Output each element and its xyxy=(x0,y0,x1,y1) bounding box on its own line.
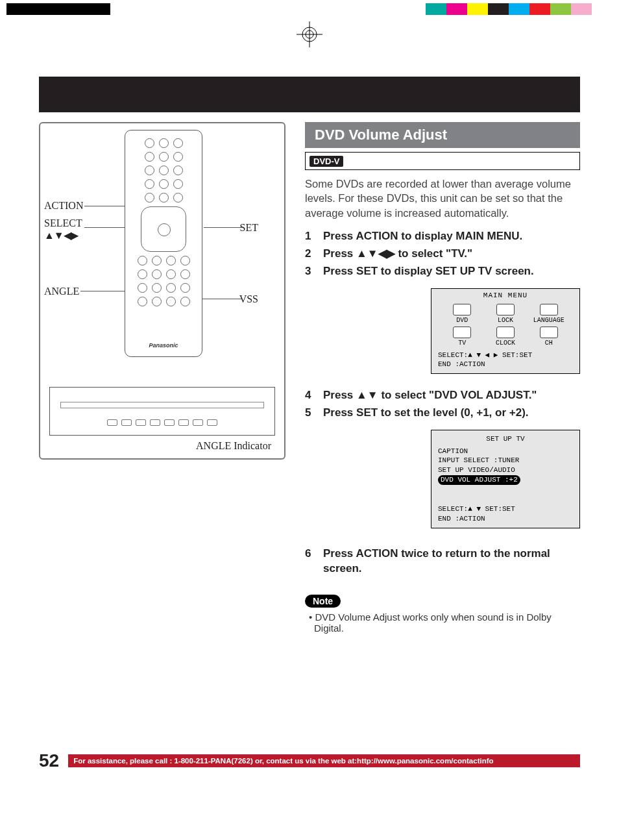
step-text: Press ACTION to display MAIN MENU. xyxy=(323,229,580,244)
step-2: 2Press ▲▼◀▶ to select "TV." xyxy=(305,247,580,262)
note-pill: Note xyxy=(305,595,341,608)
osd2-line: INPUT SELECT :TUNER xyxy=(438,456,573,465)
header-band xyxy=(39,77,580,112)
step-text: Press ▲▼◀▶ to select "TV." xyxy=(323,247,580,262)
osd-foot-2: END :ACTION xyxy=(438,360,573,369)
osd-item-label: CLOCK xyxy=(496,340,515,348)
device-outline xyxy=(49,387,275,436)
osd2-line: SET UP VIDEO/AUDIO xyxy=(438,465,573,475)
osd-item-label: TV xyxy=(458,340,466,348)
remote-device-figure: ACTION SELECT ▲▼◀▶ SET ANGLE VSS xyxy=(39,122,285,460)
callout-select-arrows: ▲▼◀▶ xyxy=(44,230,78,241)
step-3: 3Press SET to display SET UP TV screen. xyxy=(305,264,580,279)
steps-6: 6Press ACTION twice to return to the nor… xyxy=(305,547,580,576)
device-buttons xyxy=(76,419,249,428)
osd-setup-tv: SET UP TV CAPTION INPUT SELECT :TUNER SE… xyxy=(431,430,580,528)
osd2-foot-1: SELECT:▲ ▼ SET:SET xyxy=(438,504,573,514)
step-4: 4Press ▲▼ to select "DVD VOL ADJUST." xyxy=(305,388,580,403)
step-6: 6Press ACTION twice to return to the nor… xyxy=(305,547,580,576)
osd-item: CLOCK xyxy=(484,327,528,348)
step-text: Press SET to set the level (0, +1, or +2… xyxy=(323,406,580,421)
device-tray xyxy=(60,402,264,408)
cal-strip-left xyxy=(6,3,214,15)
callout-vss: VSS xyxy=(239,293,258,305)
step-1: 1Press ACTION to display MAIN MENU. xyxy=(305,229,580,244)
osd2-title: SET UP TV xyxy=(438,434,573,444)
leader-line xyxy=(84,206,130,206)
osd-grid: DVDLOCKLANGUAGETVCLOCKCH xyxy=(431,300,579,349)
cal-strip-right xyxy=(405,3,613,15)
registration-mark-icon xyxy=(297,21,322,47)
steps-4-5: 4Press ▲▼ to select "DVD VOL ADJUST." 5P… xyxy=(305,388,580,421)
callout-action: ACTION xyxy=(44,200,83,212)
osd-item-icon xyxy=(453,327,471,338)
osd-item-icon xyxy=(453,304,471,315)
page-number: 52 xyxy=(39,750,59,771)
osd-item-label: CH xyxy=(545,340,553,348)
osd-item: LANGUAGE xyxy=(527,304,570,325)
osd2-foot-2: END :ACTION xyxy=(438,514,573,524)
osd-item-icon xyxy=(496,304,515,315)
osd-foot-1: SELECT:▲ ▼ ◀ ▶ SET:SET xyxy=(438,351,573,360)
registration-mark-row xyxy=(0,18,619,51)
note-text: • DVD Volume Adjust works only when soun… xyxy=(305,611,580,634)
step-text: Press ACTION twice to return to the norm… xyxy=(323,547,580,576)
osd-item: LOCK xyxy=(484,304,528,325)
osd-item: CH xyxy=(527,327,570,348)
osd-title: MAIN MENU xyxy=(431,291,579,301)
osd-item-icon xyxy=(540,304,558,315)
leader-line xyxy=(202,299,241,299)
osd-item-label: LOCK xyxy=(498,317,513,325)
osd-item-label: LANGUAGE xyxy=(533,317,564,325)
osd-main-menu: MAIN MENU DVDLOCKLANGUAGETVCLOCKCH SELEC… xyxy=(431,288,580,374)
section-title: DVD Volume Adjust xyxy=(305,122,580,148)
osd-item: TV xyxy=(441,327,484,348)
section-intro: Some DVDs are recorded at lower than ave… xyxy=(305,177,580,220)
remote-brand: Panasonic xyxy=(125,342,202,349)
leader-line xyxy=(204,227,243,228)
dvd-v-badge: DVD-V xyxy=(310,156,343,167)
osd2-line: CAPTION xyxy=(438,447,573,456)
step-text: Press SET to display SET UP TV screen. xyxy=(323,264,580,279)
remote-outline: Panasonic xyxy=(125,130,202,357)
callout-select: SELECT ▲▼◀▶ xyxy=(44,217,82,241)
osd-item-icon xyxy=(496,327,515,338)
callout-angle-indicator: ANGLE Indicator xyxy=(196,440,271,452)
callout-set: SET xyxy=(240,222,258,234)
steps-1-3: 1Press ACTION to display MAIN MENU. 2Pre… xyxy=(305,229,580,279)
osd-item-icon xyxy=(540,327,558,338)
osd-item-label: DVD xyxy=(456,317,468,325)
callout-angle: ANGLE xyxy=(44,286,79,297)
callout-select-label: SELECT xyxy=(44,217,82,229)
badge-row: DVD-V xyxy=(305,152,580,170)
osd2-highlight: DVD VOL ADJUST :+2 xyxy=(438,475,520,485)
osd-item: DVD xyxy=(441,304,484,325)
step-5: 5Press SET to set the level (0, +1, or +… xyxy=(305,406,580,421)
leader-line xyxy=(84,227,125,228)
assistance-bar: For assistance, please call : 1-800-211-… xyxy=(68,754,580,767)
step-text: Press ▲▼ to select "DVD VOL ADJUST." xyxy=(323,388,580,403)
calibration-top xyxy=(0,0,619,18)
page-footer: 52 For assistance, please call : 1-800-2… xyxy=(39,750,580,771)
